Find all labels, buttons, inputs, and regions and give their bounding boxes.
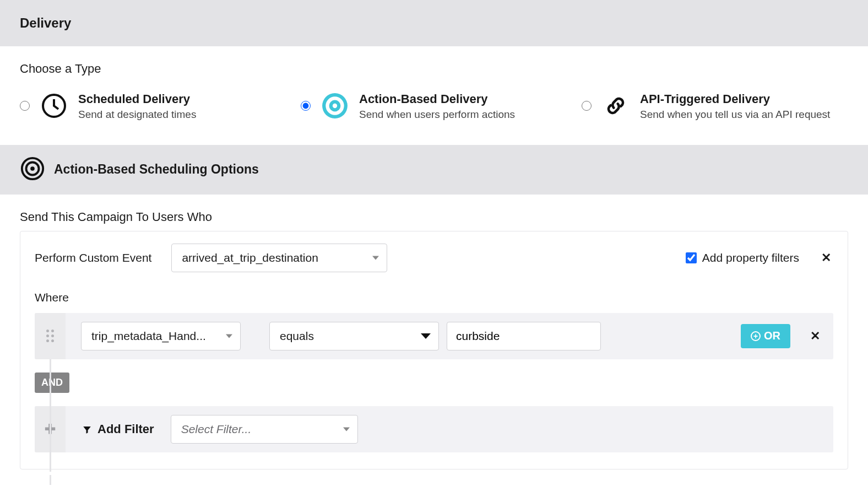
chevron-down-icon [343,427,350,431]
operator-value: equals [280,330,314,343]
filter-row: trip_metadata_Hand... equals + OR ✕ [35,313,833,359]
add-or-button[interactable]: + OR [741,324,790,348]
remove-rule-button[interactable]: ✕ [819,249,833,267]
api-delivery-title: API-Triggered Delivery [640,91,830,107]
delivery-header: Delivery [0,0,868,46]
action-delivery-option[interactable]: Action-Based Delivery Send when users pe… [301,91,560,121]
property-select[interactable]: trip_metadata_Hand... [81,322,241,350]
add-property-filters-label: Add property filters [702,251,799,265]
or-label: OR [764,330,780,342]
send-to-label: Send This Campaign To Users Who [20,210,848,224]
delivery-type-radio-row: Scheduled Delivery Send at designated ti… [20,91,848,121]
and-chip: AND [35,373,69,393]
svg-point-4 [333,104,337,108]
api-delivery-radio[interactable] [582,101,592,111]
funnel-icon [82,424,92,434]
target-icon [20,156,45,183]
scheduled-delivery-radio[interactable] [20,101,30,111]
add-filter-label-wrap: Add Filter [82,422,154,436]
scheduled-delivery-sub: Send at designated times [78,109,196,121]
rule-box: Perform Custom Event arrived_at_trip_des… [20,231,848,469]
choose-type-label: Choose a Type [20,62,848,76]
perform-label: Perform Custom Event [35,251,151,265]
connector-line [50,359,51,472]
scheduled-delivery-title: Scheduled Delivery [78,91,196,107]
rule-top-row: Perform Custom Event arrived_at_trip_des… [35,244,833,272]
target-icon [321,91,349,120]
add-property-filters-checkbox[interactable]: Add property filters [686,251,799,265]
chevron-down-icon [226,334,232,338]
connector-line [50,475,51,485]
plus-circle-icon: + [751,331,761,341]
add-property-filters-input[interactable] [686,252,697,263]
choose-type-section: Choose a Type Scheduled Delivery Send at… [0,46,868,145]
clock-icon [40,91,68,120]
filter-value-input[interactable] [447,322,601,350]
chevron-down-icon [421,333,431,339]
where-label: Where [35,291,833,304]
operator-select[interactable]: equals [269,322,439,350]
action-delivery-sub: Send when users perform actions [359,109,515,121]
grip-icon [46,330,54,342]
action-delivery-radio[interactable] [301,101,311,111]
add-filter-label: Add Filter [97,422,154,436]
remove-filter-button[interactable]: ✕ [808,327,822,346]
api-delivery-option[interactable]: API-Triggered Delivery Send when you tel… [582,91,848,121]
add-filter-row: ✚ Add Filter Select Filter... [35,406,833,452]
action-delivery-title: Action-Based Delivery [359,91,515,107]
page-title: Delivery [20,15,848,31]
select-filter-dropdown[interactable]: Select Filter... [171,415,358,444]
scheduled-delivery-option[interactable]: Scheduled Delivery Send at designated ti… [20,91,279,121]
chevron-down-icon [372,256,379,260]
link-icon [601,91,630,120]
custom-event-value: arrived_at_trip_destination [182,251,318,265]
drag-handle[interactable] [35,313,66,359]
action-scheduling-title: Action-Based Scheduling Options [54,162,259,177]
property-value: trip_metadata_Hand... [91,330,206,343]
action-scheduling-body: Send This Campaign To Users Who Perform … [0,195,868,485]
custom-event-select[interactable]: arrived_at_trip_destination [171,244,387,272]
select-filter-placeholder: Select Filter... [181,423,252,436]
api-delivery-sub: Send when you tell us via an API request [640,109,830,121]
svg-point-7 [30,166,35,171]
action-scheduling-header: Action-Based Scheduling Options [0,145,868,195]
